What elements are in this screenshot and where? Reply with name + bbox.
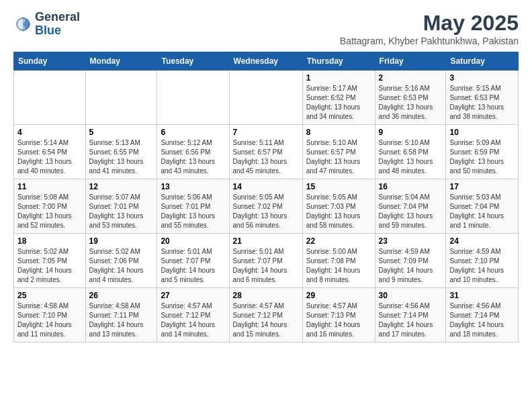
- day-info: Sunrise: 5:01 AM Sunset: 7:07 PM Dayligh…: [161, 247, 225, 285]
- day-info: Sunrise: 4:57 AM Sunset: 7:13 PM Dayligh…: [306, 302, 371, 339]
- day-info: Sunrise: 5:06 AM Sunset: 7:01 PM Dayligh…: [161, 193, 225, 230]
- day-cell: 10Sunrise: 5:09 AM Sunset: 6:59 PM Dayli…: [446, 125, 519, 179]
- day-number: 6: [161, 128, 225, 137]
- day-cell: 25Sunrise: 4:58 AM Sunset: 7:10 PM Dayli…: [14, 288, 86, 342]
- day-number: 13: [161, 182, 225, 191]
- day-number: 31: [449, 291, 515, 300]
- day-info: Sunrise: 4:56 AM Sunset: 7:14 PM Dayligh…: [379, 302, 443, 339]
- day-cell: 16Sunrise: 5:04 AM Sunset: 7:04 PM Dayli…: [375, 179, 446, 234]
- day-number: 17: [449, 182, 515, 191]
- day-info: Sunrise: 5:15 AM Sunset: 6:53 PM Dayligh…: [449, 84, 515, 122]
- day-cell: 6Sunrise: 5:12 AM Sunset: 6:56 PM Daylig…: [157, 125, 229, 179]
- day-cell: 26Sunrise: 4:58 AM Sunset: 7:11 PM Dayli…: [85, 288, 157, 342]
- day-cell: 13Sunrise: 5:06 AM Sunset: 7:01 PM Dayli…: [157, 179, 229, 234]
- day-number: 29: [306, 291, 371, 300]
- day-cell: 15Sunrise: 5:05 AM Sunset: 7:03 PM Dayli…: [302, 179, 375, 234]
- calendar-table: SundayMondayTuesdayWednesdayThursdayFrid…: [13, 52, 519, 342]
- day-number: 18: [17, 236, 82, 246]
- day-number: 7: [233, 128, 299, 137]
- day-cell: 11Sunrise: 5:08 AM Sunset: 7:00 PM Dayli…: [14, 179, 86, 234]
- day-cell: 30Sunrise: 4:56 AM Sunset: 7:14 PM Dayli…: [375, 288, 446, 342]
- day-number: 24: [449, 236, 515, 246]
- day-number: 16: [379, 182, 443, 191]
- day-info: Sunrise: 5:17 AM Sunset: 6:52 PM Dayligh…: [306, 84, 371, 122]
- week-row-3: 11Sunrise: 5:08 AM Sunset: 7:00 PM Dayli…: [14, 179, 519, 234]
- title-block: May 2025 Battagram, Khyber Pakhtunkhwa, …: [340, 11, 519, 46]
- day-header-monday: Monday: [85, 52, 157, 71]
- day-number: 30: [379, 291, 443, 300]
- month-year: May 2025: [340, 11, 519, 36]
- day-header-tuesday: Tuesday: [157, 52, 229, 71]
- day-info: Sunrise: 4:59 AM Sunset: 7:10 PM Dayligh…: [449, 247, 515, 285]
- day-header-sunday: Sunday: [14, 52, 86, 71]
- day-info: Sunrise: 5:02 AM Sunset: 7:05 PM Dayligh…: [17, 247, 82, 285]
- day-cell: 19Sunrise: 5:02 AM Sunset: 7:06 PM Dayli…: [85, 234, 157, 288]
- day-number: 4: [17, 128, 82, 137]
- day-cell: 14Sunrise: 5:05 AM Sunset: 7:02 PM Dayli…: [229, 179, 302, 234]
- day-header-wednesday: Wednesday: [229, 52, 302, 71]
- day-header-thursday: Thursday: [302, 52, 375, 71]
- page-header: General Blue May 2025 Battagram, Khyber …: [13, 11, 519, 46]
- day-cell: 21Sunrise: 5:01 AM Sunset: 7:07 PM Dayli…: [229, 234, 302, 288]
- day-cell: 8Sunrise: 5:10 AM Sunset: 6:57 PM Daylig…: [302, 125, 375, 179]
- day-number: 1: [306, 73, 371, 83]
- day-number: 10: [449, 128, 515, 137]
- week-row-1: 1Sunrise: 5:17 AM Sunset: 6:52 PM Daylig…: [14, 71, 519, 125]
- location: Battagram, Khyber Pakhtunkhwa, Pakistan: [340, 36, 519, 46]
- day-info: Sunrise: 5:05 AM Sunset: 7:02 PM Dayligh…: [233, 193, 299, 230]
- day-info: Sunrise: 5:09 AM Sunset: 6:59 PM Dayligh…: [449, 138, 515, 176]
- day-number: 12: [89, 182, 154, 191]
- day-number: 14: [233, 182, 299, 191]
- day-cell: [157, 71, 229, 125]
- day-info: Sunrise: 5:13 AM Sunset: 6:55 PM Dayligh…: [89, 138, 154, 176]
- day-info: Sunrise: 5:07 AM Sunset: 7:01 PM Dayligh…: [89, 193, 154, 230]
- day-number: 8: [306, 128, 371, 137]
- day-info: Sunrise: 5:10 AM Sunset: 6:58 PM Dayligh…: [379, 138, 443, 176]
- day-cell: 31Sunrise: 4:56 AM Sunset: 7:14 PM Dayli…: [446, 288, 519, 342]
- week-row-4: 18Sunrise: 5:02 AM Sunset: 7:05 PM Dayli…: [14, 234, 519, 288]
- day-header-friday: Friday: [375, 52, 446, 71]
- day-info: Sunrise: 5:01 AM Sunset: 7:07 PM Dayligh…: [233, 247, 299, 285]
- week-row-2: 4Sunrise: 5:14 AM Sunset: 6:54 PM Daylig…: [14, 125, 519, 179]
- day-info: Sunrise: 5:11 AM Sunset: 6:57 PM Dayligh…: [233, 138, 299, 176]
- day-cell: 29Sunrise: 4:57 AM Sunset: 7:13 PM Dayli…: [302, 288, 375, 342]
- day-info: Sunrise: 4:58 AM Sunset: 7:11 PM Dayligh…: [89, 302, 154, 339]
- day-number: 11: [17, 182, 82, 191]
- day-info: Sunrise: 5:16 AM Sunset: 6:53 PM Dayligh…: [379, 84, 443, 122]
- day-number: 27: [161, 291, 225, 300]
- day-cell: 24Sunrise: 4:59 AM Sunset: 7:10 PM Dayli…: [446, 234, 519, 288]
- day-info: Sunrise: 5:08 AM Sunset: 7:00 PM Dayligh…: [17, 193, 82, 230]
- day-header-saturday: Saturday: [446, 52, 519, 71]
- day-cell: 18Sunrise: 5:02 AM Sunset: 7:05 PM Dayli…: [14, 234, 86, 288]
- day-number: 5: [89, 128, 154, 137]
- day-cell: 22Sunrise: 5:00 AM Sunset: 7:08 PM Dayli…: [302, 234, 375, 288]
- header-row: SundayMondayTuesdayWednesdayThursdayFrid…: [14, 52, 519, 71]
- logo-blue: Blue: [35, 24, 61, 37]
- day-info: Sunrise: 5:14 AM Sunset: 6:54 PM Dayligh…: [17, 138, 82, 176]
- day-cell: 4Sunrise: 5:14 AM Sunset: 6:54 PM Daylig…: [14, 125, 86, 179]
- day-cell: 27Sunrise: 4:57 AM Sunset: 7:12 PM Dayli…: [157, 288, 229, 342]
- day-info: Sunrise: 5:03 AM Sunset: 7:04 PM Dayligh…: [449, 193, 515, 230]
- logo: General Blue: [13, 11, 80, 38]
- day-number: 9: [379, 128, 443, 137]
- week-row-5: 25Sunrise: 4:58 AM Sunset: 7:10 PM Dayli…: [14, 288, 519, 342]
- day-cell: 28Sunrise: 4:57 AM Sunset: 7:12 PM Dayli…: [229, 288, 302, 342]
- day-info: Sunrise: 5:04 AM Sunset: 7:04 PM Dayligh…: [379, 193, 443, 230]
- day-cell: 23Sunrise: 4:59 AM Sunset: 7:09 PM Dayli…: [375, 234, 446, 288]
- day-number: 28: [233, 291, 299, 300]
- day-number: 20: [161, 236, 225, 246]
- day-cell: 7Sunrise: 5:11 AM Sunset: 6:57 PM Daylig…: [229, 125, 302, 179]
- day-cell: 1Sunrise: 5:17 AM Sunset: 6:52 PM Daylig…: [302, 71, 375, 125]
- day-cell: [85, 71, 157, 125]
- day-number: 19: [89, 236, 154, 246]
- day-number: 22: [306, 236, 371, 246]
- day-info: Sunrise: 4:57 AM Sunset: 7:12 PM Dayligh…: [233, 302, 299, 339]
- logo-text: General Blue: [35, 11, 80, 38]
- day-cell: 20Sunrise: 5:01 AM Sunset: 7:07 PM Dayli…: [157, 234, 229, 288]
- day-cell: 9Sunrise: 5:10 AM Sunset: 6:58 PM Daylig…: [375, 125, 446, 179]
- day-cell: 5Sunrise: 5:13 AM Sunset: 6:55 PM Daylig…: [85, 125, 157, 179]
- logo-icon: [13, 15, 32, 34]
- logo-general: General: [35, 10, 80, 24]
- day-info: Sunrise: 4:58 AM Sunset: 7:10 PM Dayligh…: [17, 302, 82, 339]
- day-cell: 3Sunrise: 5:15 AM Sunset: 6:53 PM Daylig…: [446, 71, 519, 125]
